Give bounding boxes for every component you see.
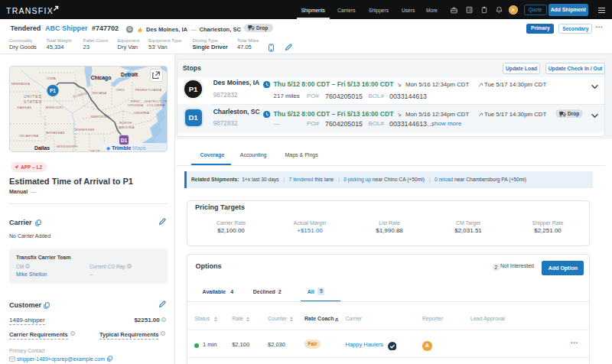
svg-text:IOWA: IOWA <box>47 76 56 80</box>
svg-text:DISTRICT OF: DISTRICT OF <box>145 99 168 103</box>
svg-text:OHIO: OHIO <box>116 88 125 92</box>
svg-text:OKLAHOMA: OKLAHOMA <box>19 134 39 138</box>
svg-text:WEST: WEST <box>130 99 140 103</box>
svg-text:COLUMBIA: COLUMBIA <box>147 103 165 107</box>
svg-text:PENNSYLVANIA: PENNSYLVANIA <box>135 88 161 92</box>
svg-text:◆: ◆ <box>106 145 111 151</box>
svg-text:Chicago: Chicago <box>91 75 112 81</box>
svg-text:MISSOURI: MISSOURI <box>46 106 63 109</box>
svg-text:Maps: Maps <box>132 145 146 151</box>
svg-text:Detroit: Detroit <box>121 72 138 77</box>
svg-text:VIRGINIA: VIRGINIA <box>134 111 149 115</box>
svg-text:VIRGINIA: VIRGINIA <box>128 103 143 107</box>
svg-text:CAROLINA: CAROLINA <box>116 125 134 129</box>
svg-text:UNITED: UNITED <box>24 95 42 99</box>
svg-text:NEBRASKA: NEBRASKA <box>11 82 31 86</box>
svg-text:KANSAS: KANSAS <box>18 106 31 109</box>
svg-text:Dallas: Dallas <box>34 145 50 151</box>
svg-text:MISSISSIPPI: MISSISSIPPI <box>57 145 78 148</box>
svg-text:INDIANA: INDIANA <box>93 91 107 95</box>
svg-text:D1: D1 <box>121 138 128 143</box>
svg-text:KENTUCKY: KENTUCKY <box>91 115 110 119</box>
svg-text:ARKANSAS: ARKANSAS <box>46 131 65 135</box>
svg-text:STATES: STATES <box>24 100 42 104</box>
svg-text:P1: P1 <box>50 88 56 93</box>
svg-text:NORTH: NORTH <box>119 121 132 125</box>
svg-text:TENNESSEE: TENNESSEE <box>73 128 95 132</box>
